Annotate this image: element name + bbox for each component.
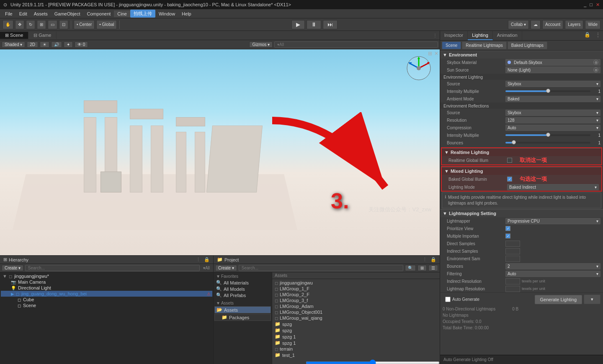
skybox-material-select[interactable]: Default-Skybox ⊙ (505, 59, 600, 66)
multiple-importance-checkbox[interactable] (505, 233, 510, 238)
gizmos-button[interactable]: Gizmos ▾ (249, 41, 273, 48)
ambient-mode-select[interactable]: Baked ▾ (505, 96, 600, 102)
generate-lighting-button[interactable]: Generate Lighting (535, 295, 582, 304)
viewport-maximize[interactable]: ⊞ (428, 51, 432, 56)
viewport-close[interactable]: ✕ (434, 51, 438, 56)
lighting-tab-baked[interactable]: Baked Lightmaps (508, 41, 547, 49)
file-test1[interactable]: 📁 test_1 (273, 352, 439, 358)
indirect-samples-input[interactable]: 512 (505, 248, 520, 254)
menu-component[interactable]: Component (83, 10, 114, 17)
inspector-tab-inspector[interactable]: Inspector (440, 31, 468, 40)
sun-source-select[interactable]: None (Light) ⊙ (505, 67, 600, 73)
toolbar-scale[interactable]: ⊞ (37, 20, 46, 29)
file-lmgroupobj[interactable]: ◻ LMGroup_Object001 (273, 309, 439, 315)
project-view-toggle[interactable]: ⊞ (417, 265, 427, 271)
toolbar-hand[interactable]: ✋ (3, 20, 13, 29)
file-spzg4[interactable]: 📁 spzg 1 (273, 340, 439, 346)
project-lock[interactable]: 🔒 (430, 257, 436, 262)
file-spzg3[interactable]: 📁 spzg 1 (273, 333, 439, 340)
file-spzg2[interactable]: 📁 spzg (273, 327, 439, 333)
file-lmgroupwai[interactable]: ◻ LMGroup_wai_qiang (273, 315, 439, 321)
realtime-gi-checkbox[interactable] (507, 158, 512, 163)
lighting-mode-select[interactable]: Baked Indirect ▾ (507, 184, 599, 190)
hierarchy-search[interactable] (25, 265, 200, 271)
inspector-tab-lighting[interactable]: Lighting (468, 31, 493, 40)
hierarchy-item-root[interactable]: ▼ ◻ jingguangjingwu* (1, 273, 212, 279)
scene-canvas[interactable]: 3. 关注微信公众号：V2_zxw ✕ ⊞ (0, 49, 440, 255)
file-lmgroup1[interactable]: ◻ LMGroup_1_F (273, 286, 439, 292)
next-button[interactable]: ⏭ (323, 20, 338, 29)
sidebar-all-models[interactable]: 🔍 All Models (214, 286, 271, 292)
indirect-res-input[interactable]: 2 (505, 278, 520, 285)
sun-circle-btn[interactable]: ⊙ (593, 67, 598, 72)
project-sort[interactable]: ☰ (428, 265, 438, 271)
file-terrain[interactable]: ◻ terrain (273, 346, 439, 352)
project-hscroll[interactable] (306, 361, 440, 364)
fx-toggle[interactable]: ✦ (64, 41, 73, 48)
project-create[interactable]: Create ▾ (215, 265, 237, 271)
menu-help[interactable]: Help (178, 10, 195, 17)
hierarchy-item-cube[interactable]: ◻ Cube (1, 297, 212, 302)
menu-assets[interactable]: Assets (31, 10, 51, 17)
menu-edit[interactable]: Edit (16, 10, 31, 17)
layout-button[interactable]: Wide (585, 20, 600, 29)
mixed-section-header[interactable]: ▼ Mixed Lighting (442, 167, 601, 175)
menu-window[interactable]: Window (155, 10, 178, 17)
lighting-toggle[interactable]: ☀ (40, 41, 49, 48)
center-button[interactable]: • Center (74, 20, 95, 29)
shading-select[interactable]: Shaded ▾ (2, 41, 25, 48)
account-button[interactable]: Account (542, 20, 563, 29)
menu-gameobject[interactable]: GameObject (51, 10, 84, 17)
refl-intensity-slider[interactable] (505, 134, 590, 136)
env-samples-input[interactable]: 256 (505, 256, 520, 262)
source-select[interactable]: Skybox ▾ (505, 81, 600, 87)
assets-collapse[interactable]: ▼ (216, 301, 220, 305)
file-jingguangjingwu[interactable]: ◻ jingguangjingwu (273, 280, 439, 286)
lighting-tab-scene[interactable]: Scene (442, 41, 461, 49)
generate-options-button[interactable]: ▾ (584, 295, 600, 304)
viewport-options[interactable]: ⋮ (430, 32, 440, 38)
lighting-tab-realtime[interactable]: Realtime Lightmaps (462, 41, 506, 49)
compression-select[interactable]: Auto ▾ (505, 125, 600, 131)
skybox-circle-btn[interactable]: ⊙ (593, 60, 598, 65)
inspector-more[interactable]: ⋮ (593, 31, 603, 40)
intensity-slider[interactable] (505, 90, 590, 92)
play-button[interactable]: ▶ (291, 20, 305, 29)
file-spzg1[interactable]: 📁 spzg (273, 321, 439, 327)
toolbar-move[interactable]: ✥ (15, 20, 24, 29)
scene-gizmo[interactable] (406, 56, 431, 81)
project-options[interactable]: ⋮ (423, 257, 427, 262)
close-btn[interactable]: ✕ (596, 2, 600, 8)
tab-scene[interactable]: ⊞ Scene (0, 32, 28, 39)
favorites-collapse[interactable]: ▼ (216, 274, 220, 279)
sidebar-assets[interactable]: 📂 Assets (214, 306, 271, 313)
hierarchy-item-light[interactable]: 💡 Directional Light (1, 285, 212, 291)
cloud-button[interactable]: ☁ (531, 20, 541, 29)
auto-generate-checkbox[interactable] (445, 297, 451, 302)
audio-toggle[interactable]: 🔊 (51, 41, 62, 48)
menu-cine[interactable]: Cine (114, 10, 130, 17)
file-lmgroup2[interactable]: ◻ LMGroup_2_F (273, 292, 439, 297)
menu-file[interactable]: File (2, 10, 16, 17)
inspector-tab-animation[interactable]: Animation (493, 31, 522, 40)
hierarchy-filter[interactable]: ▾All (201, 265, 211, 271)
collab-button[interactable]: Collab ▾ (508, 20, 529, 29)
auto-generate-label[interactable]: Auto Generate (452, 297, 479, 302)
hierarchy-item-camera[interactable]: 📷 Main Camera (1, 279, 212, 285)
pause-button[interactable]: ⏸ (307, 20, 321, 29)
hierarchy-item-jing[interactable]: ▶ ◻ jing_guang_dong_wu_hong_bei ⚠ (1, 291, 212, 297)
sidebar-all-prefabs[interactable]: 🔍 All Prefabs (214, 292, 271, 298)
refl-bounces-slider[interactable] (505, 142, 590, 144)
environment-section-header[interactable]: ▼ Environment (440, 51, 603, 59)
hierarchy-create[interactable]: Create ▾ (2, 265, 23, 271)
hierarchy-lock[interactable]: 🔒 (204, 257, 210, 262)
refl-source-select[interactable]: Skybox ▾ (505, 110, 600, 116)
hierarchy-options[interactable]: ⋮ (196, 257, 201, 262)
toolbar-rect[interactable]: ▭ (48, 20, 57, 29)
2d-button[interactable]: 2D (27, 41, 38, 48)
toolbar-rotate[interactable]: ↻ (26, 20, 35, 29)
global-button[interactable]: • Global (96, 20, 117, 29)
lm-bounces-select[interactable]: 2 ▾ (505, 263, 600, 269)
scene-search[interactable] (274, 41, 438, 48)
resolution-select[interactable]: 128 ▾ (505, 117, 600, 123)
